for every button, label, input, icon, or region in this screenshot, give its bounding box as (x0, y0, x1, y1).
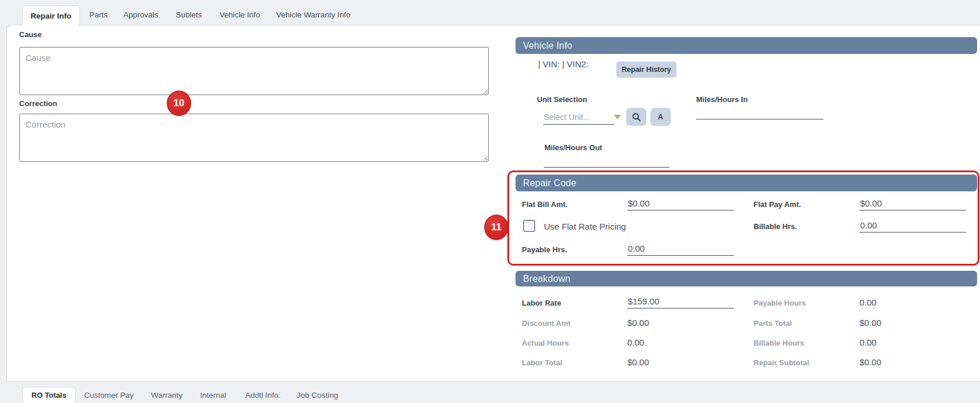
correction-textarea[interactable] (19, 114, 489, 162)
payable-hrs-label: Payable Hrs. (522, 245, 567, 254)
discount-amt-value: $0.00 (627, 318, 649, 328)
repair-subtotal-label: Repair Subtotal (754, 358, 809, 367)
discount-amt-label: Discount Amt (522, 319, 571, 328)
cause-textarea[interactable] (19, 47, 489, 95)
unit-a-button[interactable]: A (650, 108, 671, 126)
repair-history-button[interactable]: Repair History (616, 61, 677, 78)
actual-hours-label: Actual Hours (522, 339, 569, 347)
payable-hrs-input[interactable] (627, 243, 734, 256)
labor-rate-label: Labor Rate (522, 299, 561, 307)
correction-label: Correction (19, 99, 57, 108)
payable-hours-label: Payable Hours (754, 299, 806, 307)
step-badge-11: 11 (484, 215, 509, 240)
tab-ro-totals[interactable]: RO Totals (22, 387, 76, 403)
cause-label: Cause (19, 30, 42, 39)
actual-hours-value: 0.00 (627, 337, 644, 347)
flat-pay-amt-label: Flat Pay Amt. (754, 200, 801, 209)
tab-customer-pay[interactable]: Customer Pay (84, 391, 134, 400)
parts-total-label: Parts Total (754, 319, 792, 328)
tab-vehicle-info[interactable]: Vehicle Info (220, 10, 260, 19)
labor-total-value: $0.00 (627, 357, 649, 367)
labor-total-label: Labor Total (522, 358, 562, 367)
billable-hrs-input[interactable] (860, 220, 966, 233)
search-icon (632, 112, 641, 122)
miles-hours-out-input[interactable] (544, 155, 670, 168)
billable-hours-value: 0.00 (860, 337, 876, 347)
tab-label: RO Totals (31, 391, 66, 400)
tab-vehicle-warranty-info[interactable]: Vehicle Warranty Info (276, 10, 350, 19)
vin-line: | VIN: | VIN2: (538, 59, 588, 69)
labor-rate-input[interactable] (627, 296, 734, 308)
flat-bill-amt-label: Flat Bill Amt. (522, 200, 568, 209)
use-flat-rate-checkbox[interactable] (523, 220, 535, 232)
miles-hours-in-label: Miles/Hours In (696, 95, 748, 104)
miles-hours-in-input[interactable] (696, 107, 824, 119)
parts-total-value: $0.00 (860, 318, 882, 328)
tab-internal[interactable]: Internal (200, 391, 226, 400)
chevron-down-icon[interactable] (614, 115, 621, 119)
tab-repair-info[interactable]: Repair Info (22, 5, 80, 26)
miles-hours-out-label: Miles/Hours Out (544, 143, 602, 152)
tab-approvals[interactable]: Approvals (123, 10, 158, 19)
tab-job-costing[interactable]: Job Costing (297, 391, 338, 400)
unit-selection-input[interactable] (543, 112, 614, 125)
tab-addtl-info[interactable]: Addtl Info. (246, 391, 281, 400)
tab-label: Repair Info (31, 12, 72, 20)
payable-hours-value: 0.00 (860, 297, 876, 307)
billable-hours-label: Billable Hours (754, 339, 804, 347)
tab-parts[interactable]: Parts (89, 10, 108, 19)
repair-code-section-header: Repair Code (515, 175, 977, 191)
repair-subtotal-value: $0.00 (860, 357, 882, 367)
step-badge-10: 10 (167, 90, 191, 116)
unit-search-button[interactable] (626, 108, 646, 126)
tab-warranty[interactable]: Warranty (151, 391, 182, 400)
flat-bill-amt-input[interactable] (627, 198, 734, 210)
repair-order-screen: Repair Info Parts Approvals Sublets Vehi… (0, 0, 980, 403)
unit-selection-label: Unit Selection (537, 95, 587, 104)
billable-hrs-label: Billable Hrs. (754, 222, 797, 231)
breakdown-section-header: Breakdown (515, 271, 977, 286)
use-flat-rate-label: Use Flat Rate Pricing (544, 222, 626, 231)
repair-info-panel: Cause Correction 10 Vehicle Info | VIN: … (6, 25, 980, 382)
vehicle-info-section-header: Vehicle Info (515, 37, 977, 54)
tab-sublets[interactable]: Sublets (175, 10, 202, 19)
flat-pay-amt-input[interactable] (860, 198, 966, 210)
